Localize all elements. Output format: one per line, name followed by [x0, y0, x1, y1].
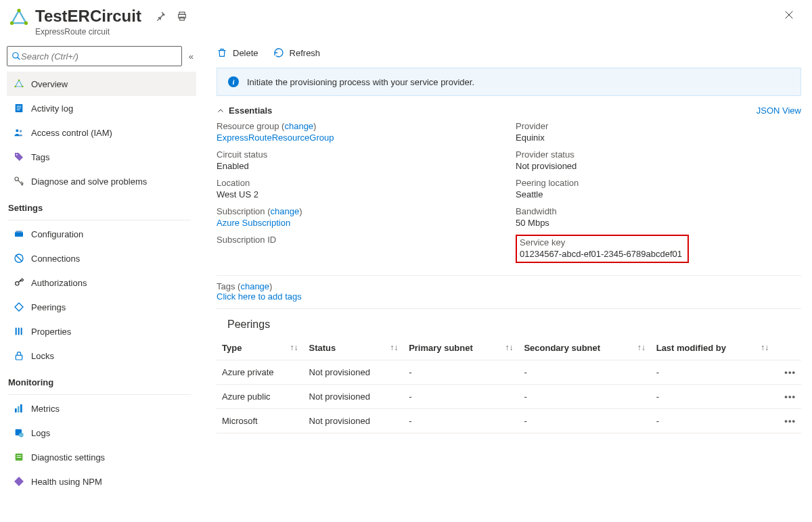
sidebar-item-label: Connections [31, 254, 80, 264]
refresh-icon [273, 47, 284, 58]
row-menu-button[interactable]: ••• [774, 385, 801, 409]
cell-primary: - [403, 360, 518, 385]
sidebar-item-label: Activity log [31, 103, 73, 114]
iam-icon [14, 127, 24, 138]
search-input[interactable] [21, 51, 177, 62]
table-row[interactable]: MicrosoftNot provisioned---••• [217, 409, 801, 433]
auth-icon [14, 277, 24, 288]
sidebar-section-monitoring: Monitoring [7, 368, 196, 392]
sidebar-item-metrics[interactable]: Metrics [7, 396, 196, 421]
column-type[interactable]: Type↑↓ [217, 336, 304, 360]
pin-icon[interactable] [155, 11, 166, 24]
column-primary-subnet[interactable]: Primary subnet↑↓ [403, 336, 518, 360]
svg-point-19 [16, 129, 18, 132]
sidebar-section-settings: Settings [7, 193, 196, 217]
svg-rect-23 [15, 232, 23, 237]
table-row[interactable]: Azure privateNot provisioned---••• [217, 360, 801, 385]
tags-icon [14, 151, 24, 162]
provider-label: Provider [516, 121, 801, 131]
essentials-toggle[interactable]: Essentials [217, 105, 272, 116]
chevron-up-icon [217, 107, 225, 115]
sidebar-item-properties[interactable]: Properties [7, 319, 196, 343]
subscription-change-link[interactable]: change [271, 206, 300, 216]
search-input-wrap[interactable] [7, 46, 182, 66]
svg-rect-6 [180, 17, 185, 20]
sidebar-item-activity-log[interactable]: Activity log [7, 96, 196, 120]
cell-type: Azure public [217, 385, 304, 409]
row-menu-button[interactable]: ••• [774, 360, 801, 385]
sidebar-item-configuration[interactable]: Configuration [7, 222, 196, 246]
subscription-value[interactable]: Azure Subscription [217, 218, 290, 228]
resource-icon [8, 7, 30, 28]
cell-modified: - [651, 360, 774, 385]
provider-status-value: Not provisioned [516, 161, 801, 171]
sidebar-item-label: Diagnose and solve problems [31, 176, 147, 187]
page-header: TestERCircuit ExpressRoute circuit [0, 0, 812, 41]
service-key-value: 01234567-abcd-ef01-2345-6789abcdef01 [520, 249, 682, 259]
sidebar-item-diagnostic-settings[interactable]: Diagnostic settings [7, 445, 196, 469]
refresh-label: Refresh [290, 48, 321, 58]
sidebar-item-label: Access control (IAM) [31, 128, 112, 138]
page-title: TestERCircuit [35, 7, 141, 26]
connections-icon [14, 253, 24, 264]
main-content: Delete Refresh i Initiate the provisioni… [196, 41, 812, 494]
sidebar-item-access-control-iam-[interactable]: Access control (IAM) [7, 120, 196, 145]
diagsettings-icon [14, 452, 24, 462]
row-menu-button[interactable]: ••• [774, 409, 801, 433]
sidebar-item-diagnose-and-solve-problems[interactable]: Diagnose and solve problems [7, 169, 196, 193]
resource-group-value[interactable]: ExpressRouteResourceGroup [217, 133, 334, 143]
table-row[interactable]: Azure publicNot provisioned---••• [217, 385, 801, 409]
tags-change-link[interactable]: change [240, 281, 269, 291]
resource-group-change-link[interactable]: change [284, 121, 313, 131]
refresh-button[interactable]: Refresh [273, 47, 321, 58]
sidebar-item-label: Properties [31, 327, 71, 337]
subscription-id-label: Subscription ID [217, 235, 502, 245]
cell-secondary: - [518, 360, 650, 385]
page-subtitle: ExpressRoute circuit [35, 27, 141, 37]
svg-marker-42 [15, 477, 23, 485]
column-last-modified-by[interactable]: Last modified by↑↓ [651, 336, 774, 360]
location-label: Location [217, 178, 502, 188]
svg-rect-40 [17, 455, 22, 456]
sidebar-item-locks[interactable]: Locks [7, 343, 196, 368]
essentials-label: Essentials [229, 105, 272, 116]
tags-value-link[interactable]: Click here to add tags [217, 291, 302, 302]
peerings-title: Peerings [217, 309, 801, 336]
svg-point-1 [17, 9, 20, 12]
sidebar-item-health-using-npm[interactable]: Health using NPM [7, 469, 196, 494]
svg-marker-0 [12, 11, 26, 24]
column-secondary-subnet[interactable]: Secondary subnet↑↓ [518, 336, 650, 360]
metrics-icon [14, 403, 24, 414]
peerings-icon [14, 302, 24, 312]
collapse-sidebar-button[interactable]: « [189, 51, 194, 62]
print-icon[interactable] [177, 11, 187, 24]
cell-status: Not provisioned [304, 360, 404, 385]
sidebar-item-label: Logs [31, 428, 50, 438]
svg-point-27 [16, 282, 19, 285]
sidebar-item-authorizations[interactable]: Authorizations [7, 270, 196, 295]
info-banner: i Initiate the provisioning process with… [217, 68, 801, 96]
sidebar-item-tags[interactable]: Tags [7, 145, 196, 169]
activity-icon [14, 103, 24, 114]
delete-button[interactable]: Delete [217, 47, 258, 58]
svg-rect-41 [17, 457, 22, 458]
subscription-label: Subscription [217, 206, 265, 216]
sidebar-item-label: Peerings [31, 302, 66, 312]
resource-group-label: Resource group [217, 121, 279, 131]
sidebar-item-connections[interactable]: Connections [7, 246, 196, 270]
delete-icon [217, 47, 227, 58]
cell-secondary: - [518, 385, 650, 409]
provider-status-label: Provider status [516, 149, 801, 160]
sidebar-item-peerings[interactable]: Peerings [7, 295, 196, 319]
location-value: West US 2 [217, 189, 502, 199]
sidebar-item-logs[interactable]: ⋯Logs [7, 421, 196, 445]
info-icon: i [228, 76, 239, 87]
svg-point-22 [15, 177, 18, 181]
column-status[interactable]: Status↑↓ [304, 336, 404, 360]
cell-type: Microsoft [217, 409, 304, 433]
close-button[interactable] [780, 7, 798, 26]
json-view-link[interactable]: JSON View [757, 105, 801, 116]
sidebar-item-overview[interactable]: Overview [7, 72, 196, 96]
svg-point-14 [14, 86, 16, 87]
sidebar-item-label: Diagnostic settings [31, 452, 105, 462]
